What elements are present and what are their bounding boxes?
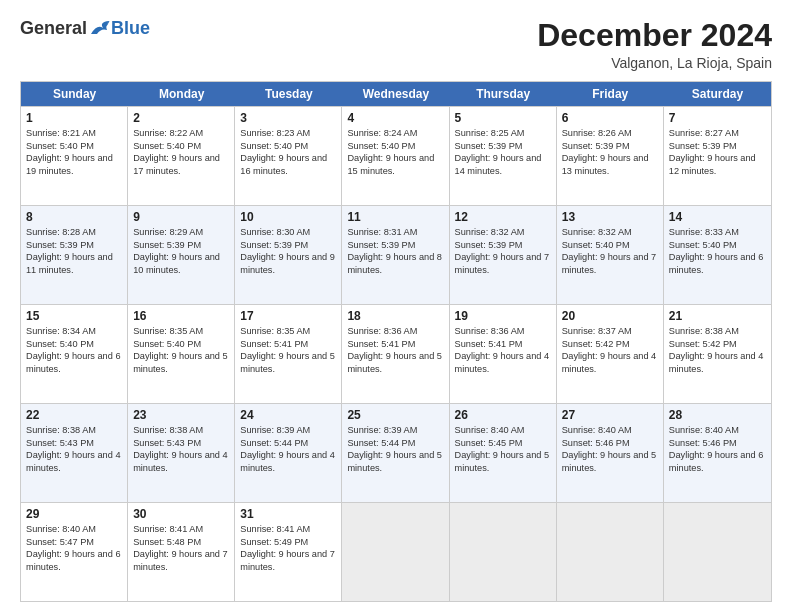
page: General Blue December 2024 Valganon, La … — [0, 0, 792, 612]
day-21: 21Sunrise: 8:38 AMSunset: 5:42 PMDayligh… — [664, 305, 771, 403]
day-25: 25Sunrise: 8:39 AMSunset: 5:44 PMDayligh… — [342, 404, 449, 502]
day-8: 8Sunrise: 8:28 AMSunset: 5:39 PMDaylight… — [21, 206, 128, 304]
day-7: 7Sunrise: 8:27 AMSunset: 5:39 PMDaylight… — [664, 107, 771, 205]
day-6: 6Sunrise: 8:26 AMSunset: 5:39 PMDaylight… — [557, 107, 664, 205]
day-9: 9Sunrise: 8:29 AMSunset: 5:39 PMDaylight… — [128, 206, 235, 304]
day-14: 14Sunrise: 8:33 AMSunset: 5:40 PMDayligh… — [664, 206, 771, 304]
day-13: 13Sunrise: 8:32 AMSunset: 5:40 PMDayligh… — [557, 206, 664, 304]
header-wednesday: Wednesday — [342, 82, 449, 106]
day-17: 17Sunrise: 8:35 AMSunset: 5:41 PMDayligh… — [235, 305, 342, 403]
day-29: 29Sunrise: 8:40 AMSunset: 5:47 PMDayligh… — [21, 503, 128, 601]
header-thursday: Thursday — [450, 82, 557, 106]
day-5: 5Sunrise: 8:25 AMSunset: 5:39 PMDaylight… — [450, 107, 557, 205]
day-12: 12Sunrise: 8:32 AMSunset: 5:39 PMDayligh… — [450, 206, 557, 304]
day-22: 22Sunrise: 8:38 AMSunset: 5:43 PMDayligh… — [21, 404, 128, 502]
header-sunday: Sunday — [21, 82, 128, 106]
logo: General Blue — [20, 18, 150, 39]
empty-cell-4 — [664, 503, 771, 601]
day-1: 1Sunrise: 8:21 AMSunset: 5:40 PMDaylight… — [21, 107, 128, 205]
day-24: 24Sunrise: 8:39 AMSunset: 5:44 PMDayligh… — [235, 404, 342, 502]
day-19: 19Sunrise: 8:36 AMSunset: 5:41 PMDayligh… — [450, 305, 557, 403]
day-23: 23Sunrise: 8:38 AMSunset: 5:43 PMDayligh… — [128, 404, 235, 502]
header-friday: Friday — [557, 82, 664, 106]
logo-bird-icon — [89, 20, 111, 38]
day-18: 18Sunrise: 8:36 AMSunset: 5:41 PMDayligh… — [342, 305, 449, 403]
day-11: 11Sunrise: 8:31 AMSunset: 5:39 PMDayligh… — [342, 206, 449, 304]
month-title: December 2024 — [537, 18, 772, 53]
calendar-row-4: 22Sunrise: 8:38 AMSunset: 5:43 PMDayligh… — [21, 403, 771, 502]
day-27: 27Sunrise: 8:40 AMSunset: 5:46 PMDayligh… — [557, 404, 664, 502]
logo-blue-text: Blue — [111, 18, 150, 39]
calendar-header: Sunday Monday Tuesday Wednesday Thursday… — [21, 82, 771, 106]
header-tuesday: Tuesday — [235, 82, 342, 106]
calendar-row-1: 1Sunrise: 8:21 AMSunset: 5:40 PMDaylight… — [21, 106, 771, 205]
calendar-row-2: 8Sunrise: 8:28 AMSunset: 5:39 PMDaylight… — [21, 205, 771, 304]
day-30: 30Sunrise: 8:41 AMSunset: 5:48 PMDayligh… — [128, 503, 235, 601]
header-saturday: Saturday — [664, 82, 771, 106]
day-15: 15Sunrise: 8:34 AMSunset: 5:40 PMDayligh… — [21, 305, 128, 403]
header-monday: Monday — [128, 82, 235, 106]
empty-cell-3 — [557, 503, 664, 601]
day-26: 26Sunrise: 8:40 AMSunset: 5:45 PMDayligh… — [450, 404, 557, 502]
empty-cell-2 — [450, 503, 557, 601]
day-16: 16Sunrise: 8:35 AMSunset: 5:40 PMDayligh… — [128, 305, 235, 403]
day-4: 4Sunrise: 8:24 AMSunset: 5:40 PMDaylight… — [342, 107, 449, 205]
calendar-row-5: 29Sunrise: 8:40 AMSunset: 5:47 PMDayligh… — [21, 502, 771, 601]
location: Valganon, La Rioja, Spain — [537, 55, 772, 71]
day-20: 20Sunrise: 8:37 AMSunset: 5:42 PMDayligh… — [557, 305, 664, 403]
day-3: 3Sunrise: 8:23 AMSunset: 5:40 PMDaylight… — [235, 107, 342, 205]
empty-cell-1 — [342, 503, 449, 601]
title-block: December 2024 Valganon, La Rioja, Spain — [537, 18, 772, 71]
day-2: 2Sunrise: 8:22 AMSunset: 5:40 PMDaylight… — [128, 107, 235, 205]
header: General Blue December 2024 Valganon, La … — [20, 18, 772, 71]
logo-general-text: General — [20, 18, 87, 39]
calendar-row-3: 15Sunrise: 8:34 AMSunset: 5:40 PMDayligh… — [21, 304, 771, 403]
calendar: Sunday Monday Tuesday Wednesday Thursday… — [20, 81, 772, 602]
day-10: 10Sunrise: 8:30 AMSunset: 5:39 PMDayligh… — [235, 206, 342, 304]
calendar-body: 1Sunrise: 8:21 AMSunset: 5:40 PMDaylight… — [21, 106, 771, 601]
day-28: 28Sunrise: 8:40 AMSunset: 5:46 PMDayligh… — [664, 404, 771, 502]
day-31: 31Sunrise: 8:41 AMSunset: 5:49 PMDayligh… — [235, 503, 342, 601]
